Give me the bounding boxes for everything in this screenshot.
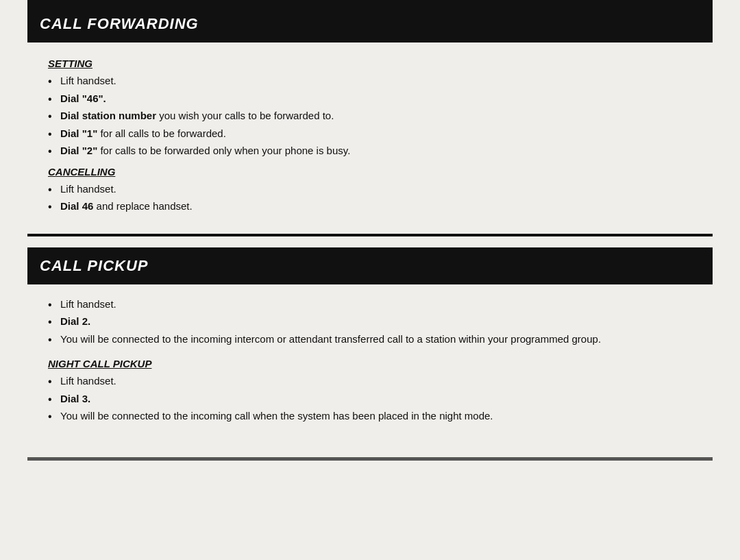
list-item: Lift handset.	[48, 374, 692, 389]
bold-text: Dial "2"	[60, 145, 97, 156]
bold-text: Dial 3.	[60, 393, 90, 404]
list-item: Dial 3.	[48, 391, 692, 407]
gap	[27, 236, 713, 247]
call-forwarding-header: CALL FORWARDING	[27, 8, 713, 40]
list-item: Dial station number you wish your calls …	[48, 108, 692, 124]
call-pickup-content: Lift handset. Dial 2. You will be connec…	[27, 284, 713, 443]
list-item: Lift handset.	[48, 297, 692, 313]
call-forwarding-section: CALL FORWARDING SETTING Lift handset. Di…	[27, 5, 713, 236]
list-item: Dial "46".	[48, 91, 692, 107]
bold-text: Dial 2.	[60, 315, 90, 327]
pickup-bullet-list: Lift handset. Dial 2. You will be connec…	[48, 297, 692, 348]
cancelling-title: CANCELLING	[48, 166, 692, 178]
list-item: Dial 46 and replace handset.	[48, 199, 692, 215]
call-forwarding-content: SETTING Lift handset. Dial "46". Dial st…	[27, 42, 713, 234]
night-pickup-bullet-list: Lift handset. Dial 3. You will be connec…	[48, 374, 692, 424]
setting-title: SETTING	[48, 58, 692, 69]
page: CALL FORWARDING SETTING Lift handset. Di…	[0, 0, 740, 560]
setting-bullet-list: Lift handset. Dial "46". Dial station nu…	[48, 73, 692, 159]
night-call-pickup-section: NIGHT CALL PICKUP Lift handset. Dial 3. …	[48, 358, 692, 424]
bold-text: Dial station number	[60, 110, 156, 121]
bold-text: Dial 46	[60, 200, 93, 212]
call-pickup-header: CALL PICKUP	[27, 250, 713, 282]
call-pickup-section: CALL PICKUP Lift handset. Dial 2. You wi…	[27, 247, 713, 461]
list-item: Dial "1" for all calls to be forwarded.	[48, 126, 692, 142]
bold-text: Dial "46".	[60, 93, 106, 104]
night-call-pickup-title: NIGHT CALL PICKUP	[48, 358, 692, 369]
pickup-end-divider	[27, 457, 713, 461]
cancelling-bullet-list: Lift handset. Dial 46 and replace handse…	[48, 182, 692, 215]
list-item: You will be connected to the incoming in…	[48, 332, 692, 348]
list-item: You will be connected to the incoming ca…	[48, 409, 692, 424]
top-bar	[27, 0, 713, 5]
list-item: Dial "2" for calls to be forwarded only …	[48, 143, 692, 159]
bold-text: Dial "1"	[60, 127, 97, 139]
list-item: Lift handset.	[48, 182, 692, 197]
list-item: Lift handset.	[48, 73, 692, 89]
list-item: Dial 2.	[48, 314, 692, 330]
